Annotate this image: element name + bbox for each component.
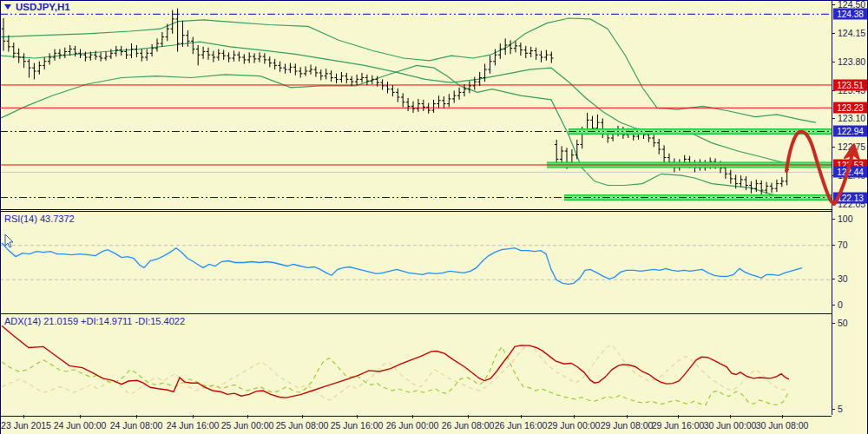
price-chart-canvas[interactable]: [0, 0, 832, 208]
rsi-scale-label: 30: [838, 273, 848, 284]
rsi-scale-tick: [832, 279, 835, 279]
top-border: [0, 0, 868, 1]
time-label: 24 Jun 00:00: [54, 420, 107, 431]
time-tick: [247, 415, 248, 418]
rsi-scale-label: 70: [838, 240, 848, 250]
time-tick: [357, 415, 358, 418]
price-chart-panel[interactable]: USDJPY,H1: [0, 0, 832, 210]
time-label: 26 Jun 00:00: [386, 420, 439, 431]
time-tick: [302, 415, 303, 418]
rsi-scale-tick: [832, 219, 835, 220]
time-tick: [23, 415, 24, 418]
price-badge-124.38: 124.38: [833, 9, 867, 20]
chart-dropdown-icon[interactable]: [4, 4, 11, 10]
time-label: 25 Jun 16:00: [331, 420, 384, 431]
price-tick: [832, 4, 835, 5]
trading-chart-window: USDJPY,H1 RSI(14) 43.7372 ADX(14) 21.015…: [0, 0, 868, 434]
time-label: 25 Jun 08:00: [276, 420, 329, 431]
price-tick-label: 124.15: [838, 28, 865, 38]
time-label: 30 Jun 00:00: [704, 420, 757, 431]
time-label: 24 Jun 16:00: [167, 420, 220, 431]
time-tick: [782, 415, 783, 418]
mouse-cursor-icon: [4, 234, 15, 248]
time-label: 26 Jun 16:00: [495, 420, 548, 431]
rsi-scale-tick: [832, 305, 835, 306]
time-axis[interactable]: 23 Jun 201524 Jun 00:0024 Jun 08:0024 Ju…: [0, 415, 868, 434]
price-axis[interactable]: 124.50124.15123.80123.45123.10122.75122.…: [832, 0, 868, 415]
left-border: [0, 0, 1, 434]
price-tick: [832, 62, 835, 62]
time-tick: [521, 415, 522, 418]
time-label: 23 Jun 2015: [1, 420, 51, 431]
time-label: 29 Jun 16:00: [652, 420, 705, 431]
time-label: 26 Jun 08:00: [442, 420, 495, 431]
rsi-scale-label: 100: [838, 214, 853, 224]
adx-label: ADX(14) 21.0159 +DI:14.9711 -DI:15.4022: [4, 316, 185, 326]
price-tick-label: 122.75: [838, 141, 865, 152]
adx-scale-label: 50: [838, 318, 848, 328]
adx-canvas[interactable]: [0, 314, 832, 414]
price-badge-122.94: 122.94: [833, 126, 867, 137]
time-tick: [193, 415, 194, 418]
time-label: 30 Jun 08:00: [756, 420, 809, 431]
price-tick: [832, 33, 835, 34]
time-label: 25 Jun 00:00: [221, 420, 274, 431]
rsi-scale-tick: [832, 245, 835, 246]
time-tick: [80, 415, 81, 418]
rsi-scale-label: 0: [838, 299, 843, 310]
price-badge-122.13: 122.13: [833, 192, 867, 203]
rsi-canvas[interactable]: [0, 212, 832, 312]
price-tick: [832, 147, 835, 148]
adx-scale-label: 5: [838, 404, 843, 414]
price-tick-label: 123.10: [838, 113, 865, 123]
time-tick: [136, 415, 137, 418]
time-label: 29 Jun 00:00: [548, 420, 601, 431]
price-tick-label: 123.80: [838, 56, 865, 67]
rsi-indicator-panel[interactable]: RSI(14) 43.7372: [0, 211, 832, 314]
price-badge-122.44: 122.44: [833, 167, 867, 178]
price-tick: [832, 204, 835, 205]
rsi-label: RSI(14) 43.7372: [4, 214, 75, 224]
adx-scale-tick: [832, 323, 835, 324]
price-badge-123.23: 123.23: [833, 102, 867, 114]
time-tick: [468, 415, 469, 418]
time-tick: [730, 415, 731, 418]
price-badge-123.51: 123.51: [833, 79, 867, 90]
time-tick: [627, 415, 628, 418]
symbol-title: USDJPY,H1: [4, 2, 70, 12]
time-label: 29 Jun 08:00: [601, 420, 654, 431]
time-tick: [678, 415, 679, 418]
price-tick: [832, 118, 835, 119]
adx-scale-tick: [832, 409, 835, 410]
time-tick: [574, 415, 575, 418]
adx-indicator-panel[interactable]: ADX(14) 21.0159 +DI:14.9711 -DI:15.4022: [0, 313, 832, 417]
time-tick: [412, 415, 413, 418]
symbol-timeframe-label: USDJPY,H1: [16, 2, 70, 12]
time-label: 24 Jun 08:00: [110, 420, 163, 431]
